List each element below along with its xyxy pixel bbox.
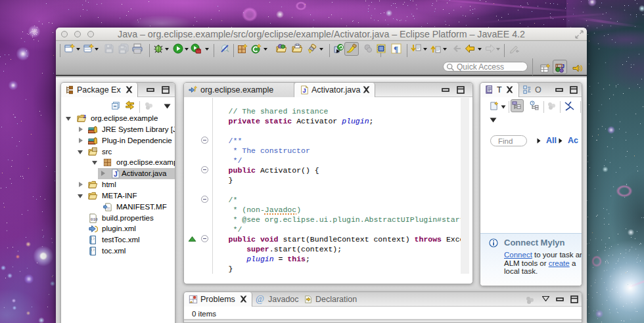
svg-text:J: J: [114, 171, 118, 178]
svg-text:J: J: [302, 87, 306, 94]
svg-text:010: 010: [91, 217, 98, 222]
svg-text:¶: ¶: [394, 44, 398, 54]
svg-text:J: J: [561, 63, 564, 70]
svg-text:J: J: [83, 114, 85, 119]
